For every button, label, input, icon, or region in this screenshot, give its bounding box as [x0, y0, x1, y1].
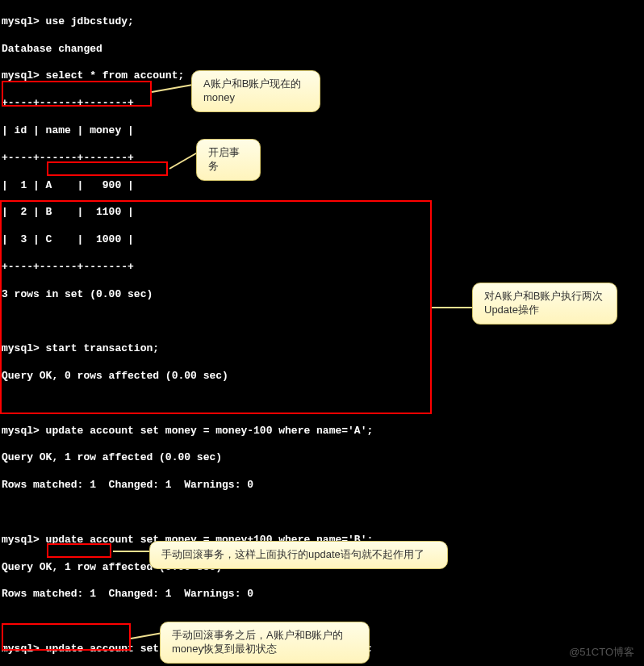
- line: [2, 506, 642, 520]
- line: Rows matched: 1 Changed: 1 Warnings: 0: [2, 479, 642, 492]
- line: Query OK, 1 row affected (0.00 sec): [2, 451, 642, 465]
- callout-updates: 对A账户和B账户执行两次Update操作: [472, 283, 617, 325]
- callout-rollback: 手动回滚事务，这样上面执行的update语句就不起作用了: [149, 541, 448, 569]
- callout-final-money: 手动回滚事务之后，A账户和B账户的money恢复到最初状态: [160, 622, 370, 664]
- callout-start-transaction: 开启事务: [196, 139, 261, 181]
- line: Database changed: [2, 43, 642, 57]
- line: | 1 | A | 900 |: [2, 179, 642, 193]
- line: mysql> update account set money = money-…: [2, 425, 642, 438]
- callout-line: [432, 307, 472, 308]
- highlight-money-initial: [2, 81, 152, 107]
- callout-text: 开启事务: [208, 146, 240, 172]
- callout-initial-money: A账户和B账户现在的money: [191, 70, 320, 112]
- callout-text: 手动回滚事务，这样上面执行的update语句就不起作用了: [161, 548, 424, 560]
- line: Rows matched: 1 Changed: 1 Warnings: 0: [2, 588, 642, 601]
- line: | id | name | money |: [2, 124, 642, 138]
- highlight-updates: [0, 200, 432, 414]
- callout-line: [113, 551, 153, 552]
- highlight-start-transaction: [47, 161, 168, 176]
- callout-text: A账户和B账户现在的money: [203, 77, 301, 103]
- callout-text: 对A账户和B账户执行两次Update操作: [484, 290, 603, 316]
- watermark: @51CTO博客: [569, 646, 634, 660]
- highlight-rollback: [47, 543, 111, 558]
- line: mysql> use jdbcstudy;: [2, 15, 642, 29]
- callout-text: 手动回滚事务之后，A账户和B账户的money恢复到最初状态: [172, 629, 343, 655]
- highlight-money-final: [2, 623, 131, 651]
